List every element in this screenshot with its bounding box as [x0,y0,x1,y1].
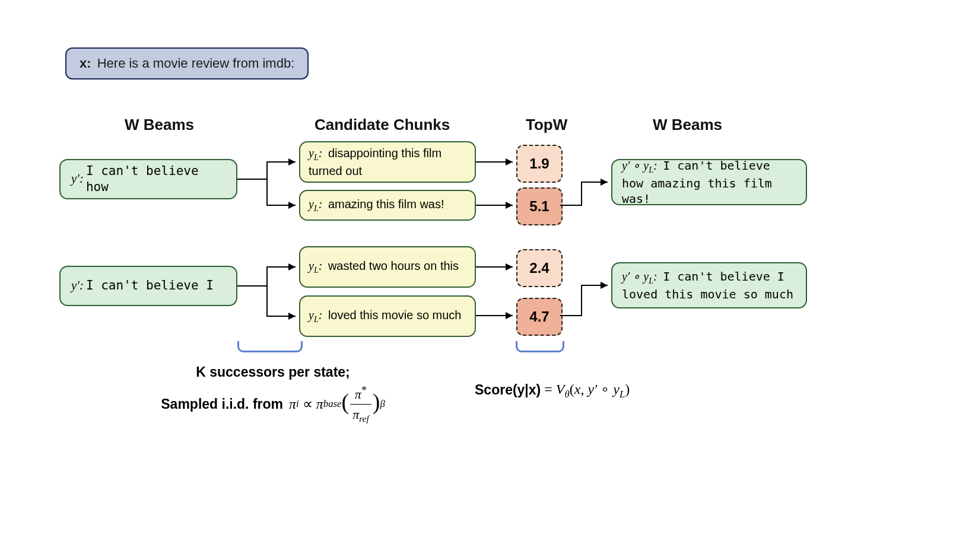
out-var: y′ ∘ yL: [622,270,657,283]
cand-text: wasted two hours on this [328,259,459,272]
col-title-beams-left: W Beams [125,116,194,134]
cand-text: disappointing this film turned out [309,147,441,177]
cand-text: amazing this film was! [328,198,444,211]
beam-box-1: y′: I can't believe I [59,266,237,306]
bracket-candidates [237,341,303,352]
cand-var: yL: [309,147,322,160]
candidate-1: yL: amazing this film was! [299,190,476,221]
beam-var: y′: [71,278,84,294]
bracket-scores [516,341,564,352]
beam-text: I can't believe I [86,278,214,294]
score-2: 2.4 [516,249,563,287]
formula-sampler: πi ∝ πbase ( π* πref )β [289,383,385,426]
cand-var: yL: [309,308,322,322]
col-title-beams-right: W Beams [653,116,722,134]
score-3: 4.7 [516,298,563,336]
caption-successors-l1: K successors per state; [142,362,404,383]
cand-text: loved this movie so much [328,308,462,322]
score-1: 5.1 [516,187,563,225]
candidate-3: yL: loved this movie so much [299,295,476,337]
output-1: y′ ∘ yL: I can't believe I loved this mo… [611,262,807,308]
col-title-topw: TopW [526,116,567,134]
cand-var: yL: [309,198,322,211]
col-title-candidates: Candidate Chunks [315,116,450,134]
candidate-2: yL: wasted two hours on this [299,246,476,288]
prompt-box: x: Here is a movie review from imdb: [65,47,309,79]
prompt-text: Here is a movie review from imdb: [97,56,295,71]
prompt-prefix: x: [80,56,91,71]
beam-text: I can't believe how [86,163,225,196]
cand-var: yL: [309,259,322,272]
score-0: 1.9 [516,145,563,183]
formula-score: = Vθ(x, y′ ∘ yL) [544,378,630,402]
candidate-0: yL: disappointing this film turned out [299,141,476,183]
out-var: y′ ∘ yL: [622,159,657,172]
caption-successors: K successors per state; Sampled i.i.d. f… [142,362,404,425]
output-0: y′ ∘ yL: I can't believe how amazing thi… [611,159,807,205]
beam-var: y′: [71,171,84,187]
beam-box-0: y′: I can't believe how [59,159,237,199]
caption-successors-l2: Sampled i.i.d. from [161,394,283,415]
caption-score: Score(y|x) = Vθ(x, y′ ∘ yL) [475,378,748,402]
